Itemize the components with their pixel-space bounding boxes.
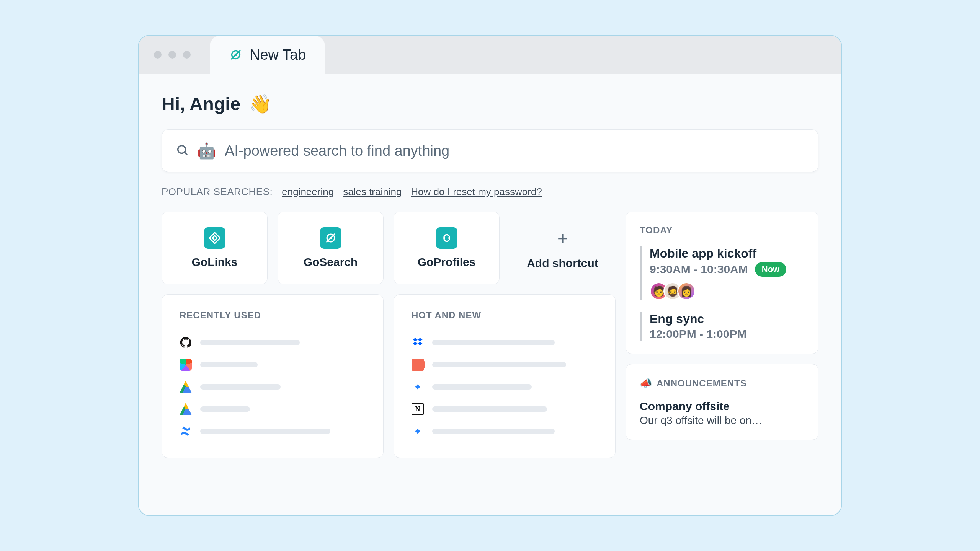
traffic-close-icon[interactable] (154, 51, 162, 59)
list-item[interactable] (412, 376, 598, 398)
svg-line-4 (185, 152, 187, 155)
figma-icon (180, 359, 192, 371)
shortcut-goprofiles[interactable]: GoProfiles (394, 212, 500, 284)
avatar[interactable]: 👩 (677, 282, 696, 300)
popular-link-1[interactable]: sales training (343, 186, 402, 198)
shortcut-golinks[interactable]: GoLinks (162, 212, 268, 284)
announcements-card: 📣 ANNOUNCEMENTS Company offsite Our q3 o… (626, 364, 818, 440)
placeholder-bar (432, 362, 566, 367)
drive-icon (180, 381, 192, 393)
list-item[interactable] (180, 331, 366, 354)
list-item[interactable]: N (412, 398, 598, 420)
event-time: 9:30AM - 10:30AM (650, 263, 748, 276)
jira-icon (412, 425, 424, 437)
add-shortcut-button[interactable]: ＋ Add shortcut (510, 212, 616, 284)
event-time: 12:00PM - 1:00PM (650, 328, 746, 341)
announcement-body: Our q3 offsite will be on… (640, 414, 804, 427)
titlebar: New Tab (139, 36, 841, 74)
search-placeholder: AI-powered search to find anything (225, 143, 449, 159)
hot-and-new-card: HOT AND NEW N (394, 294, 616, 458)
announcement-item[interactable]: Company offsite Our q3 offsite will be o… (640, 400, 804, 427)
list-item[interactable] (412, 420, 598, 442)
app-logo-icon (229, 48, 243, 62)
recently-used-title: RECENTLY USED (180, 310, 366, 321)
traffic-minimize-icon[interactable] (168, 51, 176, 59)
placeholder-bar (200, 384, 281, 390)
shortcut-gosearch[interactable]: GoSearch (278, 212, 384, 284)
confluence-icon (180, 425, 192, 437)
event-item[interactable]: Eng sync 12:00PM - 1:00PM (640, 312, 804, 341)
today-title: TODAY (640, 225, 804, 236)
list-item[interactable] (180, 420, 366, 442)
search-icon (176, 143, 189, 158)
shortcut-label: GoSearch (304, 256, 358, 269)
popular-link-0[interactable]: engineering (282, 186, 334, 198)
list-item[interactable] (180, 398, 366, 420)
list-item[interactable] (180, 376, 366, 398)
event-name: Eng sync (650, 312, 804, 326)
traffic-zoom-icon[interactable] (183, 51, 191, 59)
placeholder-bar (200, 362, 258, 367)
page-content: Hi, Angie 👋 🤖 AI-powered search to find … (139, 74, 841, 515)
hot-and-new-title: HOT AND NEW (412, 310, 598, 321)
github-icon (180, 336, 192, 349)
search-input[interactable]: 🤖 AI-powered search to find anything (162, 129, 818, 172)
tab-title: New Tab (250, 47, 306, 63)
attendee-avatars: 🧑 🧔 👩 (650, 282, 804, 300)
coda-icon (412, 359, 424, 371)
drive-icon (180, 403, 192, 415)
placeholder-bar (432, 406, 547, 412)
goprofiles-icon (436, 227, 457, 249)
event-item[interactable]: Mobile app kickoff 9:30AM - 10:30AM Now … (640, 246, 804, 300)
traffic-lights (154, 51, 191, 59)
plus-icon: ＋ (554, 226, 572, 250)
greeting: Hi, Angie 👋 (162, 93, 818, 115)
golinks-icon (204, 227, 225, 249)
event-name: Mobile app kickoff (650, 246, 804, 261)
jira-icon (412, 381, 424, 393)
wave-emoji-icon: 👋 (249, 94, 272, 114)
now-badge: Now (755, 262, 786, 277)
placeholder-bar (432, 384, 532, 390)
today-card: TODAY Mobile app kickoff 9:30AM - 10:30A… (626, 212, 818, 354)
notion-icon: N (412, 403, 424, 415)
announcement-title: Company offsite (640, 400, 804, 413)
megaphone-icon: 📣 (640, 377, 652, 389)
recently-used-card: RECENTLY USED (162, 294, 384, 458)
svg-rect-5 (209, 233, 220, 243)
placeholder-bar (200, 406, 250, 412)
browser-window: New Tab Hi, Angie 👋 🤖 AI-powered search … (138, 35, 842, 516)
announcements-title: ANNOUNCEMENTS (657, 378, 747, 389)
list-item[interactable] (412, 354, 598, 376)
list-item[interactable] (412, 331, 598, 354)
popular-searches: POPULAR SEARCHES: engineering sales trai… (162, 186, 818, 198)
list-item[interactable] (180, 354, 366, 376)
svg-rect-11 (415, 429, 420, 434)
popular-link-2[interactable]: How do I reset my password? (411, 186, 542, 198)
shortcut-label: GoLinks (191, 256, 237, 269)
browser-tab[interactable]: New Tab (210, 36, 325, 74)
robot-icon: 🤖 (197, 142, 216, 160)
gosearch-icon (320, 227, 341, 249)
add-shortcut-label: Add shortcut (527, 257, 598, 270)
svg-rect-10 (415, 384, 420, 389)
placeholder-bar (200, 340, 300, 345)
placeholder-bar (200, 429, 330, 434)
shortcut-label: GoProfiles (418, 256, 476, 269)
placeholder-bar (432, 429, 555, 434)
svg-point-3 (178, 146, 186, 153)
placeholder-bar (432, 340, 555, 345)
svg-rect-6 (212, 236, 217, 240)
dropbox-icon (412, 336, 424, 349)
popular-label: POPULAR SEARCHES: (162, 186, 273, 198)
greeting-text: Hi, Angie (162, 94, 240, 114)
